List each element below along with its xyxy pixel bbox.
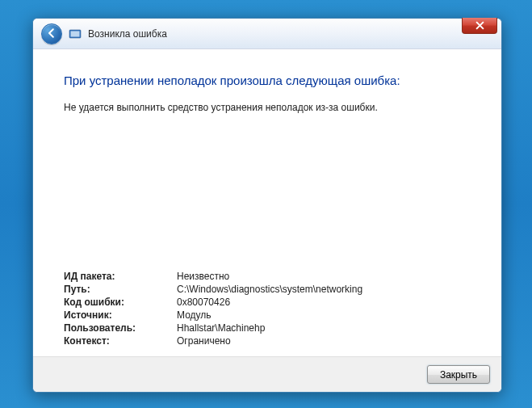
detail-label: Контекст: [64,335,177,347]
detail-value: Неизвестно [177,271,471,282]
error-description: Не удается выполнить средство устранения… [64,102,471,113]
titlebar: Возникла ошибка [33,19,501,49]
detail-label: Источник: [64,309,177,321]
error-details: ИД пакета: Неизвестно Путь: C:\Windows\d… [64,271,471,348]
troubleshoot-icon [69,27,82,40]
back-button[interactable] [41,23,62,44]
detail-row: Путь: C:\Windows\diagnostics\system\netw… [64,284,471,295]
detail-row: ИД пакета: Неизвестно [64,271,471,282]
detail-value: 0x80070426 [177,297,471,308]
detail-label: Путь: [64,284,177,295]
detail-row: Пользователь: Hhallstar\Machinehp [64,322,471,334]
dialog-window: Возникла ошибка При устранении неполадок… [32,18,502,393]
close-button[interactable]: Закрыть [427,365,490,384]
detail-label: ИД пакета: [64,271,177,282]
arrow-left-icon [47,27,57,41]
close-icon [475,19,484,33]
detail-row: Источник: Модуль [64,309,471,321]
detail-value: Модуль [177,309,471,321]
detail-row: Код ошибки: 0x80070426 [64,297,471,308]
dialog-footer: Закрыть [33,356,501,392]
detail-value: Ограничено [177,335,471,347]
error-heading: При устранении неполадок произошла следу… [64,74,471,87]
detail-value: Hhallstar\Machinehp [177,322,471,334]
detail-value: C:\Windows\diagnostics\system\networking [177,284,471,295]
detail-label: Код ошибки: [64,297,177,308]
window-title: Возникла ошибка [88,28,167,40]
detail-row: Контекст: Ограничено [64,335,471,347]
window-close-button[interactable] [462,18,497,34]
content-area: При устранении неполадок произошла следу… [33,49,501,356]
svg-rect-1 [71,31,80,36]
detail-label: Пользователь: [64,322,177,334]
